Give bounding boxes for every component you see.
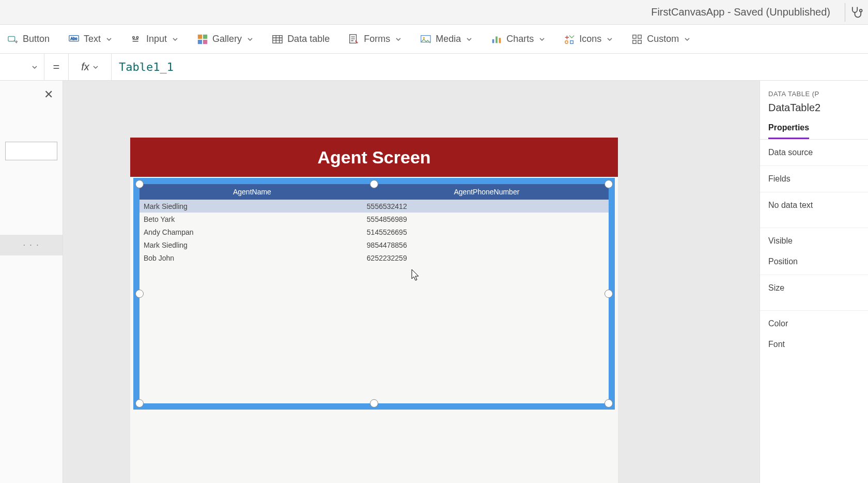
table-row[interactable]: Bob John 6252232259 [140, 251, 609, 264]
forms-icon [348, 34, 360, 45]
prop-row-position[interactable]: Position [760, 249, 868, 275]
control-type-label: DATA TABLE (P [760, 90, 868, 102]
prop-row-datasource[interactable]: Data source [760, 140, 868, 166]
ribbon-button[interactable]: Button [4, 32, 53, 47]
ribbon-icons-label: Icons [579, 34, 601, 44]
ribbon-text-label: Text [84, 34, 101, 44]
svg-point-13 [423, 37, 425, 39]
ribbon-custom[interactable]: Custom [628, 32, 693, 47]
resize-handle-sw[interactable] [135, 399, 144, 407]
ribbon-forms[interactable]: Forms [345, 32, 405, 47]
resize-handle-se[interactable] [605, 399, 613, 407]
icons-icon [564, 34, 575, 45]
svg-rect-15 [495, 36, 498, 43]
svg-rect-7 [203, 34, 207, 38]
svg-rect-18 [570, 40, 574, 43]
charts-icon [491, 34, 502, 45]
formula-input[interactable] [112, 54, 868, 80]
prop-row-visible[interactable]: Visible [760, 228, 868, 249]
table-row[interactable]: Mark Siedling 9854478856 [140, 238, 609, 251]
cell-agentname: Andy Champan [140, 225, 365, 238]
tree-search-input[interactable] [5, 142, 57, 160]
datatable-control[interactable]: AgentName AgentPhoneNumber Mark Siedling… [140, 184, 609, 403]
tab-properties[interactable]: Properties [768, 120, 809, 139]
cell-agentphone: 5554856989 [365, 213, 609, 225]
prop-row-nodatatext[interactable]: No data text [760, 192, 868, 228]
media-icon [420, 34, 431, 45]
ribbon-custom-label: Custom [647, 34, 679, 44]
chevron-down-icon [106, 36, 112, 42]
svg-rect-19 [633, 35, 636, 38]
ribbon-icons[interactable]: Icons [561, 32, 616, 47]
svg-rect-21 [633, 40, 636, 43]
screen-title: Agent Screen [130, 138, 618, 177]
svg-rect-16 [499, 38, 501, 43]
chevron-down-icon [607, 36, 613, 42]
title-bar: FirstCanvasApp - Saved (Unpublished) [0, 0, 868, 25]
properties-panel: DATA TABLE (P DataTable2 Properties Data… [760, 81, 868, 483]
ribbon-input-label: Input [146, 34, 167, 44]
resize-handle-n[interactable] [370, 180, 378, 188]
prop-row-font[interactable]: Font [760, 331, 868, 357]
tree-selected-item[interactable]: · · · [0, 235, 63, 255]
ribbon-input[interactable]: Input [128, 32, 181, 47]
cell-agentphone: 6252232259 [365, 251, 609, 264]
svg-point-4 [133, 36, 135, 38]
svg-rect-22 [638, 40, 641, 43]
svg-rect-20 [638, 35, 641, 38]
svg-point-17 [565, 40, 568, 43]
cell-agentname: Beto Yark [140, 213, 365, 225]
table-row[interactable]: Andy Champan 5145526695 [140, 225, 609, 238]
chevron-down-icon [247, 36, 253, 42]
resize-handle-nw[interactable] [135, 180, 144, 188]
column-header-agentphone[interactable]: AgentPhoneNumber [365, 184, 609, 200]
properties-tabs: Properties [760, 120, 868, 140]
control-name: DataTable2 [760, 102, 868, 120]
ribbon-media[interactable]: Media [417, 32, 475, 47]
resize-handle-e[interactable] [605, 290, 613, 298]
input-icon [131, 34, 142, 45]
ellipsis-icon[interactable]: · · · [23, 240, 39, 250]
column-header-agentname[interactable]: AgentName [140, 184, 365, 200]
table-row[interactable]: Mark Siedling 5556532412 [140, 200, 609, 213]
svg-point-5 [136, 36, 138, 38]
prop-row-size[interactable]: Size [760, 275, 868, 311]
svg-text:Abc: Abc [71, 36, 78, 40]
svg-rect-10 [273, 35, 282, 43]
prop-row-color[interactable]: Color [760, 311, 868, 331]
chevron-down-icon [32, 64, 38, 70]
app-screen: Agent Screen AgentName AgentPhoneNumber [130, 138, 618, 483]
cell-agentphone: 5556532412 [365, 200, 609, 213]
ribbon-text[interactable]: Abc Text [65, 32, 115, 47]
chevron-down-icon [466, 36, 472, 42]
resize-handle-s[interactable] [370, 399, 378, 407]
prop-row-fields[interactable]: Fields [760, 166, 868, 192]
ribbon-datatable[interactable]: Data table [269, 32, 333, 47]
cell-agentphone: 5145526695 [365, 225, 609, 238]
chevron-down-icon [395, 36, 401, 42]
resize-handle-ne[interactable] [605, 180, 613, 188]
ribbon-charts[interactable]: Charts [488, 32, 548, 47]
chevron-down-icon [684, 36, 690, 42]
close-icon[interactable]: ✕ [44, 88, 53, 101]
ribbon-gallery[interactable]: Gallery [194, 32, 256, 47]
svg-rect-6 [198, 34, 202, 38]
fx-button[interactable]: fx [68, 54, 112, 80]
datatable-selection[interactable]: AgentName AgentPhoneNumber Mark Siedling… [133, 178, 615, 410]
tree-view-panel: ✕ · · · [0, 81, 63, 483]
chevron-down-icon [172, 36, 178, 42]
table-row[interactable]: Beto Yark 5554856989 [140, 213, 609, 225]
app-checker-icon[interactable] [849, 5, 864, 20]
insert-ribbon: Button Abc Text Input Gallery Data table… [0, 25, 868, 54]
svg-point-0 [860, 9, 862, 12]
custom-icon [631, 34, 643, 45]
ribbon-charts-label: Charts [506, 34, 534, 44]
canvas-area[interactable]: Agent Screen AgentName AgentPhoneNumber [63, 81, 760, 483]
app-title: FirstCanvasApp - Saved (Unpublished) [651, 6, 830, 18]
resize-handle-w[interactable] [135, 290, 144, 298]
equals-sign: = [44, 61, 68, 74]
property-selector[interactable] [0, 54, 44, 80]
ribbon-datatable-label: Data table [287, 34, 330, 44]
cell-agentname: Mark Siedling [140, 200, 365, 213]
gallery-icon [197, 34, 208, 45]
